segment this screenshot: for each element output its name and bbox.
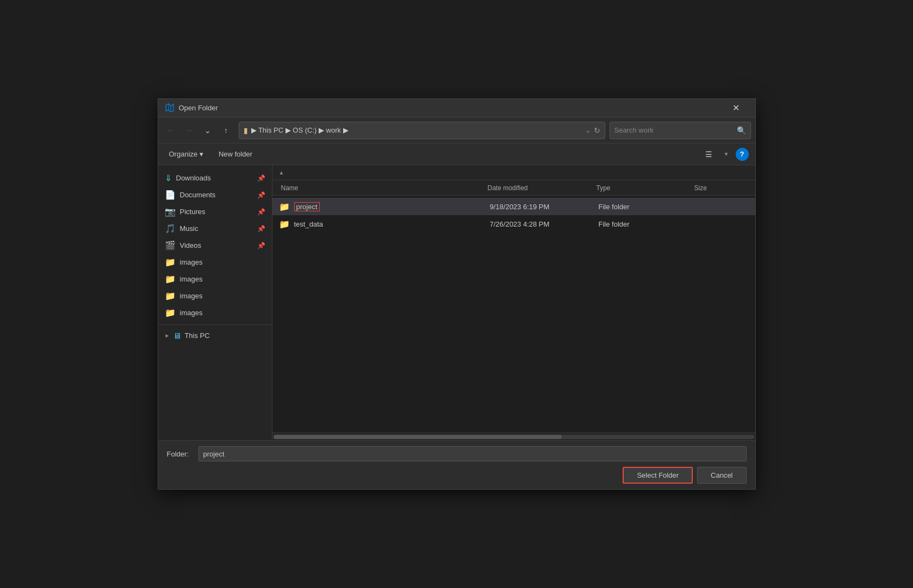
button-row: Select Folder Cancel [167,467,747,484]
computer-icon: 🖥 [173,331,181,340]
organize-button[interactable]: Organize ▾ [165,148,208,160]
file-name-highlight-project: project [294,202,320,211]
close-button[interactable]: ✕ [724,99,749,117]
sidebar-item-documents[interactable]: 📄 Documents 📌 [158,186,272,203]
main-content: ⇓ Downloads 📌 📄 Documents 📌 📷 Pictures 📌… [158,165,755,440]
toolbar: Organize ▾ New folder ☰ ▼ ? [158,143,755,165]
pin-icon-videos: 📌 [257,242,265,249]
documents-icon: 📄 [165,190,176,200]
sidebar-item-downloads[interactable]: ⇓ Downloads 📌 [158,170,272,186]
sidebar-label-music: Music [180,224,253,233]
file-item-project[interactable]: 📁 project 9/18/2023 6:19 PM File folder [272,198,755,215]
search-input[interactable] [614,126,734,134]
sidebar-label-downloads: Downloads [176,174,253,182]
sidebar-item-images-3[interactable]: 📁 images [158,287,272,304]
sidebar-item-images-4[interactable]: 📁 images [158,304,272,321]
folder-icon-2: 📁 [165,274,176,284]
sidebar-label-videos: Videos [180,241,253,249]
sidebar-label-pictures: Pictures [180,208,253,216]
app-icon [165,103,175,113]
up-button[interactable]: ↑ [218,122,234,139]
file-name-test-data: test_data [294,220,490,228]
sidebar-label-images-1: images [180,258,265,266]
address-bar[interactable]: ▮ ▶ This PC ▶ OS (C:) ▶ work ▶ ⌄ ↻ [239,122,605,139]
expand-icon-this-pc: ► [165,333,170,339]
horizontal-scrollbar-area [272,433,755,440]
file-list-container: ▲ Name Date modified Type Size 📁 project… [272,165,755,440]
column-headers: Name Date modified Type Size [272,180,755,196]
file-list: 📁 project 9/18/2023 6:19 PM File folder … [272,196,755,433]
search-bar[interactable]: 🔍 [610,122,751,139]
sidebar-tree-label-this-pc: This PC [184,331,209,340]
col-header-date[interactable]: Date modified [486,184,594,192]
sidebar: ⇓ Downloads 📌 📄 Documents 📌 📷 Pictures 📌… [158,165,272,440]
help-button[interactable]: ? [736,148,749,161]
nav-bar: ← → ⌄ ↑ ▮ ▶ This PC ▶ OS (C:) ▶ work ▶ ⌄… [158,117,755,143]
folder-icon-3: 📁 [165,291,176,301]
file-date-test-data: 7/26/2023 4:28 PM [490,220,599,228]
folder-icon-project: 📁 [279,202,290,212]
download-icon: ⇓ [165,173,172,183]
address-folder-icon: ▮ [244,126,248,135]
forward-button[interactable]: → [181,122,197,139]
pin-icon-documents: 📌 [257,191,265,199]
sidebar-item-pictures[interactable]: 📷 Pictures 📌 [158,203,272,220]
sidebar-label-documents: Documents [180,191,253,199]
file-type-test-data: File folder [599,220,697,228]
file-item-test-data[interactable]: 📁 test_data 7/26/2023 4:28 PM File folde… [272,215,755,233]
pictures-icon: 📷 [165,207,176,217]
folder-row: Folder: [167,446,747,461]
footer: Folder: Select Folder Cancel [158,440,755,489]
sidebar-tree-this-pc[interactable]: ► 🖥 This PC [158,328,272,343]
cancel-button[interactable]: Cancel [697,467,746,484]
recent-button[interactable]: ⌄ [200,122,216,139]
address-chevron[interactable]: ⌄ [585,127,591,134]
new-folder-button[interactable]: New folder [214,148,257,160]
col-header-type[interactable]: Type [594,184,692,192]
horizontal-scrollbar[interactable] [274,435,754,439]
address-path: ▶ This PC ▶ OS (C:) ▶ work ▶ [251,126,582,134]
search-icon: 🔍 [737,126,746,135]
file-type-project: File folder [599,203,697,211]
col-header-name[interactable]: Name [279,184,486,192]
sort-up-indicator: ▲ [279,170,284,176]
dialog-title: Open Folder [179,104,724,112]
sidebar-item-images-1[interactable]: 📁 images [158,254,272,271]
pin-icon-pictures: 📌 [257,208,265,216]
sidebar-label-images-2: images [180,275,265,283]
sidebar-item-music[interactable]: 🎵 Music 📌 [158,220,272,237]
sidebar-item-images-2[interactable]: 📁 images [158,271,272,287]
file-date-project: 9/18/2023 6:19 PM [490,203,599,211]
sidebar-label-images-3: images [180,292,265,300]
view-icon: ☰ [705,150,712,159]
folder-label: Folder: [167,450,194,458]
view-button[interactable]: ☰ [701,146,717,162]
sidebar-item-videos[interactable]: 🎬 Videos 📌 [158,237,272,254]
refresh-button[interactable]: ↻ [594,126,600,135]
sidebar-label-images-4: images [180,309,265,317]
title-bar-controls: ✕ [724,99,749,117]
folder-input[interactable] [198,446,747,461]
folder-icon-4: 📁 [165,308,176,318]
folder-icon-1: 📁 [165,257,176,267]
view-dropdown-arrow[interactable]: ▼ [724,151,729,157]
title-bar: Open Folder ✕ [158,99,755,117]
file-list-sort-header: ▲ [272,165,755,180]
select-folder-button[interactable]: Select Folder [623,467,693,484]
pin-icon-downloads: 📌 [257,174,265,182]
horizontal-scrollbar-thumb[interactable] [274,435,562,439]
open-folder-dialog: Open Folder ✕ ← → ⌄ ↑ ▮ ▶ This PC ▶ OS (… [158,98,756,490]
music-icon: 🎵 [165,223,176,234]
sidebar-divider [158,324,272,325]
col-header-size[interactable]: Size [692,184,749,192]
folder-icon-test-data: 📁 [279,219,290,229]
file-name-project: project [294,203,490,211]
back-button[interactable]: ← [163,122,179,139]
videos-icon: 🎬 [165,240,176,251]
pin-icon-music: 📌 [257,225,265,233]
